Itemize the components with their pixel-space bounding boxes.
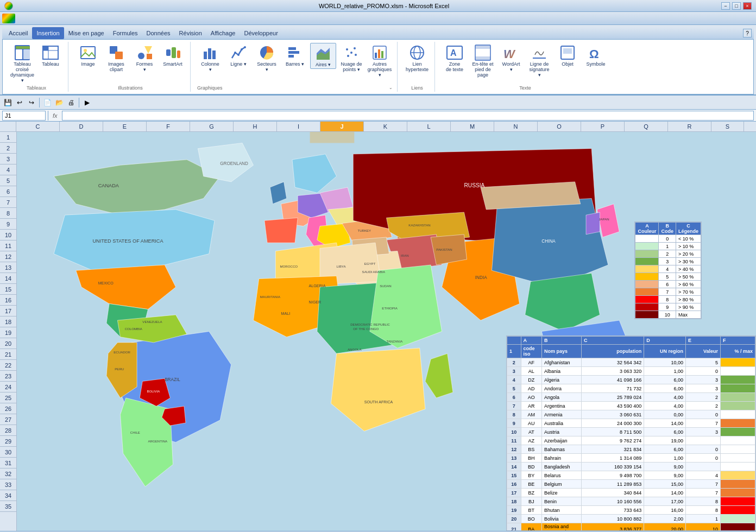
dt-pop-19[interactable]: 733 643 [581,506,644,515]
menu-developpeur[interactable]: Développeur [240,27,282,39]
dt-pct-10[interactable] [720,428,755,436]
col-header-f[interactable]: F [147,122,190,131]
entete-pied-button[interactable]: En-tête et pied de page [470,43,496,79]
row-18[interactable]: 18 [0,316,16,327]
row-29[interactable]: 29 [0,436,16,447]
dt-name-17[interactable]: Belize [542,489,582,497]
new-button[interactable]: 📄 [42,97,53,108]
row-27[interactable]: 27 [0,414,16,425]
undo-button[interactable]: ↩ [14,97,25,108]
row-11[interactable]: 11 [0,240,16,251]
dt-pct-4[interactable] [720,376,755,384]
dt-region-2[interactable]: 10,00 [644,358,686,367]
colonne-button[interactable]: Colonne ▾ [197,43,223,73]
dt-pct-20[interactable] [720,515,755,523]
dt-pop-12[interactable]: 321 834 [581,445,644,454]
dt-name-8[interactable]: Armenia [542,410,582,419]
dt-pct-3[interactable] [720,367,755,376]
dt-name-18[interactable]: Benin [542,497,582,506]
dt-val-10[interactable]: 3 [685,428,720,436]
save-button[interactable]: 💾 [2,97,13,108]
dt-pop-13[interactable]: 1 314 089 [581,454,644,463]
dt-name-21[interactable]: Bosnia and Herzegovin [542,523,582,531]
dt-val-7[interactable]: 2 [685,402,720,410]
row-4[interactable]: 4 [0,164,16,175]
dt-name-9[interactable]: Australia [542,419,582,428]
col-header-h[interactable]: H [234,122,277,131]
dt-region-10[interactable]: 6,00 [644,428,686,436]
help-button[interactable]: ? [743,29,752,37]
col-header-j[interactable]: J [320,122,364,131]
dt-pct-5[interactable] [720,384,755,393]
formula-input[interactable] [62,111,754,121]
dt-val-17[interactable]: 7 [685,489,720,497]
menu-insertion[interactable]: Insertion [32,27,64,39]
dt-val-18[interactable]: 8 [685,497,720,506]
dt-region-20[interactable]: 2,00 [644,515,686,523]
dt-val-2[interactable]: 5 [685,358,720,367]
dt-name-11[interactable]: Azerbaijan [542,436,582,445]
dt-name-14[interactable]: Bangladesh [542,463,582,471]
col-header-n[interactable]: N [494,122,538,131]
dt-pct-11[interactable] [720,436,755,445]
dt-val-6[interactable]: 2 [685,393,720,402]
dt-pop-14[interactable]: 160 339 154 [581,463,644,471]
dt-pop-7[interactable]: 43 590 400 [581,402,644,410]
menu-affichage[interactable]: Affichage [206,27,240,39]
dt-val-5[interactable]: 3 [685,384,720,393]
row-2[interactable]: 2 [0,143,16,154]
dt-code-9[interactable]: AU [521,419,541,428]
dt-region-18[interactable]: 17,00 [644,497,686,506]
dt-region-19[interactable]: 16,00 [644,506,686,515]
row-6[interactable]: 6 [0,186,16,197]
dt-name-3[interactable]: Albania [542,367,582,376]
dt-val-3[interactable]: 0 [685,367,720,376]
dt-code-6[interactable]: AO [521,393,541,402]
dt-name-2[interactable]: Afghanistan [542,358,582,367]
dt-pct-13[interactable] [720,454,755,463]
dt-region-16[interactable]: 15,00 [644,480,686,489]
dt-code-4[interactable]: DZ [521,376,541,384]
row-9[interactable]: 9 [0,219,16,230]
dt-pct-12[interactable] [720,445,755,454]
nuage-button[interactable]: Nuage de points ▾ [338,43,364,73]
dt-name-5[interactable]: Andorra [542,384,582,393]
col-header-g[interactable]: G [190,122,234,131]
symbole-button[interactable]: Ω Symbole [583,43,609,68]
dt-pop-10[interactable]: 8 711 500 [581,428,644,436]
maximize-button[interactable]: □ [732,2,741,10]
col-header-o[interactable]: O [538,122,581,131]
dt-region-11[interactable]: 19,00 [644,436,686,445]
dt-val-19[interactable]: 8 [685,506,720,515]
dt-code-21[interactable]: BA [521,523,541,531]
dt-code-12[interactable]: BS [521,445,541,454]
row-16[interactable]: 16 [0,295,16,306]
dt-name-19[interactable]: Bhutan [542,506,582,515]
dt-pop-21[interactable]: 3 836 377 [581,523,644,531]
menu-revision[interactable]: Révision [175,27,206,39]
dt-pop-4[interactable]: 41 098 166 [581,376,644,384]
dt-pct-15[interactable] [720,471,755,480]
row-33[interactable]: 33 [0,479,16,490]
dt-code-8[interactable]: AM [521,410,541,419]
image-button[interactable]: Image [75,43,101,68]
dt-region-6[interactable]: 4,00 [644,393,686,402]
dt-pct-17[interactable] [720,489,755,497]
dt-val-20[interactable]: 1 [685,515,720,523]
secteurs-button[interactable]: Secteurs ▾ [254,43,280,73]
dt-name-6[interactable]: Angola [542,393,582,402]
dt-pct-19[interactable] [720,506,755,515]
menu-donnees[interactable]: Données [142,27,175,39]
col-header-p[interactable]: P [581,122,625,131]
dt-code-17[interactable]: BZ [521,489,541,497]
dt-region-9[interactable]: 14,00 [644,419,686,428]
dt-val-13[interactable]: 0 [685,454,720,463]
ligne-signature-button[interactable]: Ligne de signature ▾ [526,43,552,79]
tableau-button[interactable]: Tableau [37,43,64,68]
dt-val-9[interactable]: 7 [685,419,720,428]
dt-region-12[interactable]: 6,00 [644,445,686,454]
graphiques-expand[interactable]: ⌄ [389,85,393,90]
autres-graphiques-button[interactable]: Autres graphiques ▾ [367,43,393,79]
dt-code-11[interactable]: AZ [521,436,541,445]
dt-code-15[interactable]: BY [521,471,541,480]
